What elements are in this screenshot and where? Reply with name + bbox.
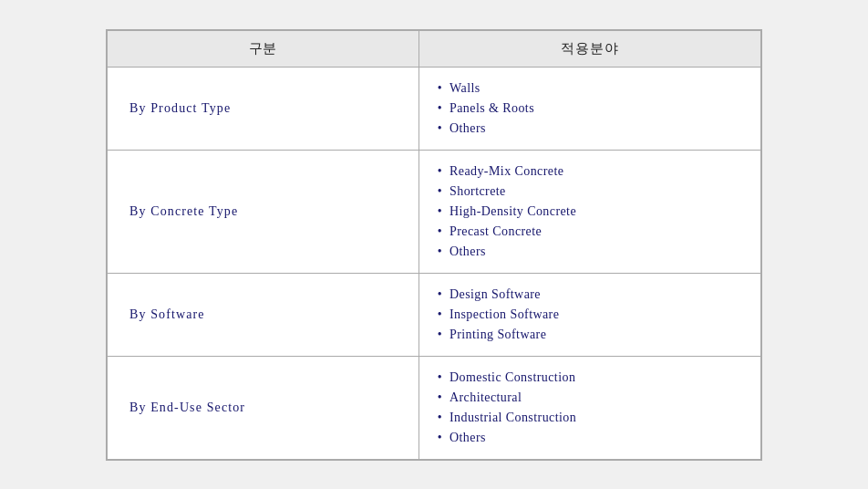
items-cell-0: WallsPanels & RootsOthers	[418, 67, 760, 150]
table-row: By End-Use SectorDomestic ConstructionAr…	[108, 356, 761, 459]
items-cell-1: Ready-Mix ConcreteShortcreteHigh-Density…	[418, 150, 760, 273]
items-list-2: Design SoftwareInspection SoftwarePrinti…	[438, 285, 742, 345]
items-cell-3: Domestic ConstructionArchitecturalIndust…	[418, 356, 760, 459]
list-item: Inspection Software	[438, 305, 742, 325]
list-item: Architectural	[438, 388, 742, 408]
list-item: Design Software	[438, 285, 742, 305]
items-cell-2: Design SoftwareInspection SoftwarePrinti…	[418, 273, 760, 356]
list-item: High-Density Concrete	[438, 202, 742, 222]
data-table: 구분 적용분야 By Product TypeWallsPanels & Roo…	[107, 30, 761, 460]
list-item: Others	[438, 428, 742, 448]
table-row: By Product TypeWallsPanels & RootsOthers	[108, 67, 761, 150]
list-item: Industrial Construction	[438, 408, 742, 428]
table-row: By Concrete TypeReady-Mix ConcreteShortc…	[108, 150, 761, 273]
header-application: 적용분야	[418, 30, 760, 67]
list-item: Domestic Construction	[438, 368, 742, 388]
list-item: Others	[438, 242, 742, 262]
items-list-0: WallsPanels & RootsOthers	[438, 78, 742, 139]
category-cell-2: By Software	[108, 273, 419, 356]
items-list-1: Ready-Mix ConcreteShortcreteHigh-Density…	[438, 161, 742, 262]
list-item: Walls	[438, 78, 742, 99]
list-item: Precast Concrete	[438, 222, 742, 242]
table-header-row: 구분 적용분야	[108, 30, 761, 67]
table-row: By SoftwareDesign SoftwareInspection Sof…	[108, 273, 761, 356]
header-category: 구분	[108, 30, 419, 67]
list-item: Panels & Roots	[438, 99, 742, 119]
category-cell-0: By Product Type	[108, 67, 419, 150]
category-cell-3: By End-Use Sector	[108, 356, 419, 459]
items-list-3: Domestic ConstructionArchitecturalIndust…	[438, 368, 742, 448]
list-item: Ready-Mix Concrete	[438, 161, 742, 182]
main-table-container: 구분 적용분야 By Product TypeWallsPanels & Roo…	[106, 29, 762, 461]
list-item: Printing Software	[438, 325, 742, 345]
list-item: Others	[438, 119, 742, 139]
list-item: Shortcrete	[438, 182, 742, 202]
category-cell-1: By Concrete Type	[108, 150, 419, 273]
